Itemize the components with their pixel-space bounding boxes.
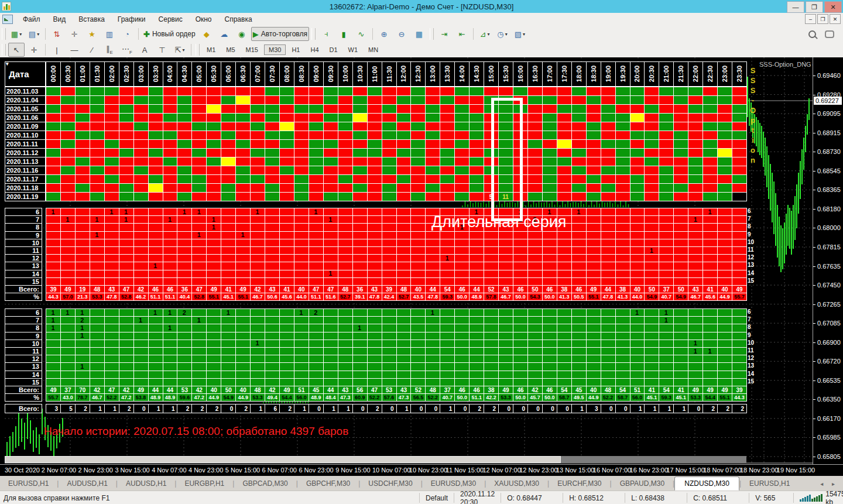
chart-tab-usdchf-m30[interactable]: USDCHF,M30 (360, 477, 420, 490)
mdi-restore-button[interactable]: ❐ (817, 14, 828, 24)
restore-button[interactable]: ❐ (806, 1, 823, 13)
tab-scroll-arrows[interactable]: ◂ ▸ (820, 481, 838, 487)
search-icon[interactable] (804, 27, 820, 41)
tile-windows-button[interactable]: ▦ (411, 27, 427, 41)
series-cell (309, 215, 324, 224)
market-watch-button[interactable]: ⇅ (49, 27, 65, 41)
chart-tab-nzdusd-m30[interactable]: NZDUSD,M30 (674, 476, 739, 491)
timeframe-button-h4[interactable]: H4 (306, 44, 323, 55)
timeframe-button-w1[interactable]: W1 (344, 44, 363, 55)
horizontal-line-tool-button[interactable]: — (66, 43, 83, 57)
scrollbar-thumb[interactable] (5, 456, 561, 463)
auto-trading-button[interactable]: ▶Авто-торговля (251, 27, 309, 41)
text-tool-button[interactable]: A (136, 43, 153, 57)
signals-button[interactable]: ◉ (234, 27, 250, 41)
zoom-out-button[interactable]: ⊖ (393, 27, 410, 41)
bar-chart-mode-button[interactable]: ⫞ (318, 27, 334, 41)
status-datetime: 2020.11.12 20:30 (454, 493, 501, 503)
chart-tab-xauusd-m30[interactable]: XAUUSD,M30 (486, 477, 547, 490)
series-cell (46, 270, 61, 278)
heatmap-cell (702, 113, 718, 122)
chart-tab-eurgbp-h1[interactable]: EURGBP,H1 (176, 477, 232, 490)
metaeditor-button[interactable]: ◆ (198, 27, 215, 41)
new-order-button[interactable]: ✚Новый ордер (142, 27, 197, 41)
chart-tab-audusd-h1[interactable]: AUDUSD,H1 (118, 477, 174, 490)
profiles-button[interactable]: ▤▾ (26, 27, 42, 41)
mdi-minimize-button[interactable]: – (805, 14, 816, 24)
heatmap-cell (309, 122, 324, 131)
new-chart-button[interactable]: ▦▾ (8, 27, 25, 41)
candlestick-mode-button[interactable]: ▮ (335, 27, 352, 41)
total-value: 40 (206, 386, 221, 394)
menu-item-окно[interactable]: Окно (189, 14, 218, 25)
cursor-tool-button[interactable]: ↖ (8, 43, 25, 57)
menu-item-сервис[interactable]: Сервис (152, 14, 189, 25)
mdi-close-button[interactable]: ✕ (830, 14, 841, 24)
channel-tool-button[interactable]: ∥E (101, 43, 118, 57)
arrows-tool-button[interactable]: ⇱▾ (172, 43, 188, 57)
vertical-line-tool-button[interactable]: | (49, 43, 65, 57)
cloud-button[interactable]: ☁ (216, 27, 232, 41)
series-cell (191, 262, 207, 270)
heatmap-cell (250, 139, 265, 149)
date-column-header[interactable]: ▾Дата (5, 61, 46, 87)
chart-tab-gbpaud-m30[interactable]: GBPAUD,M30 (612, 477, 673, 490)
chat-icon[interactable] (821, 27, 838, 41)
total-value: 40 (410, 285, 426, 293)
series-cell (702, 371, 718, 379)
status-data-usage: 1547593/2951 kb (825, 490, 843, 504)
menu-item-вид[interactable]: Вид (47, 14, 73, 25)
timeframe-button-m1[interactable]: M1 (202, 44, 220, 55)
menu-item-справка[interactable]: Справка (218, 14, 259, 25)
chart-shift-button[interactable]: ⇤ (454, 27, 470, 41)
total-value: 47 (323, 285, 338, 293)
timeframe-button-m30[interactable]: M30 (264, 44, 286, 55)
terminal-button[interactable]: ▥ (101, 27, 118, 41)
series-cell (659, 371, 674, 379)
close-button[interactable]: ✕ (824, 1, 842, 13)
chart-tab-gbpcad-m30[interactable]: GBPCAD,M30 (234, 477, 296, 490)
auto-scroll-button[interactable]: ⇥ (436, 27, 453, 41)
horizontal-scrollbar[interactable] (5, 456, 746, 463)
chart-tab-eurusd-h1[interactable]: EURUSD,H1 (0, 477, 57, 490)
data-window-button[interactable]: ✛ (66, 27, 83, 41)
chart-tab-eurusd-m30[interactable]: EURUSD,M30 (423, 477, 484, 490)
periods-button[interactable]: ◷▾ (494, 27, 510, 41)
mt4-window: 13602672: Alpari-Demo - Демо Счет - [NZD… (0, 0, 843, 504)
menu-item-вставка[interactable]: Вставка (72, 14, 111, 25)
strategy-tester-button[interactable]: ◔ (119, 27, 135, 41)
crosshair-tool-button[interactable]: ✛ (26, 43, 42, 57)
timeframe-button-m15[interactable]: M15 (241, 44, 263, 55)
chart-tab-audusd-h1[interactable]: AUDUSD,H1 (59, 477, 115, 490)
series-cell (454, 308, 470, 317)
series-cell (469, 246, 484, 255)
series-cell (309, 239, 324, 247)
heatmap-cell (630, 131, 645, 140)
timeframe-button-mn[interactable]: MN (364, 44, 383, 55)
series-cell (90, 254, 105, 262)
chart-tab-eurchf-m30[interactable]: EURCHF,M30 (549, 477, 609, 490)
status-profile[interactable]: Default (419, 493, 454, 503)
line-chart-mode-button[interactable]: ∿ (353, 27, 369, 41)
heatmap-cell (235, 183, 251, 193)
chart-tab-eurusd-h1[interactable]: EURUSD,H1 (741, 477, 798, 490)
series-cell (410, 215, 426, 224)
menu-item-графики[interactable]: Графики (111, 14, 152, 25)
total-value: 39 (46, 285, 61, 293)
indicators-button[interactable]: ⊿▾ (477, 27, 493, 41)
navigator-button[interactable]: ★ (84, 27, 100, 41)
minimize-button[interactable]: — (787, 1, 804, 13)
menu-item-файл[interactable]: Файл (16, 14, 47, 25)
timeframe-button-h1[interactable]: H1 (287, 44, 304, 55)
text-label-tool-button[interactable]: ⊤ (154, 43, 170, 57)
zoom-in-button[interactable]: ⊕ (376, 27, 392, 41)
heatmap-cell (133, 192, 149, 201)
templates-button[interactable]: ▧▾ (512, 27, 528, 41)
percent-value: 41.3 (557, 293, 572, 301)
timeframe-button-m5[interactable]: M5 (221, 44, 239, 55)
fibonacci-tool-button[interactable]: ⋯F (119, 43, 135, 57)
series-cell (702, 308, 718, 317)
chart-tab-gbpchf-m30[interactable]: GBPCHF,M30 (298, 477, 358, 490)
trendline-tool-button[interactable]: ∕ (84, 43, 100, 57)
timeframe-button-d1[interactable]: D1 (325, 44, 342, 55)
